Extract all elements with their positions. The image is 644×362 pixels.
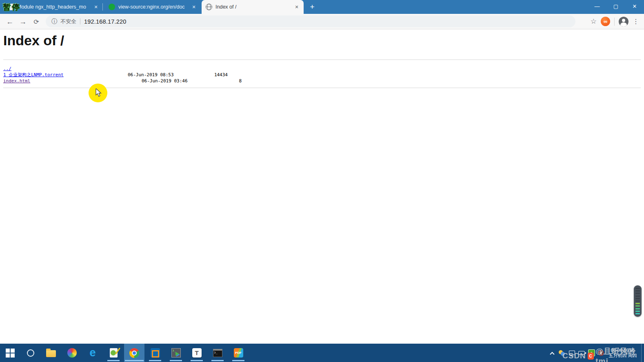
file-size: 8 — [189, 78, 242, 84]
browser-toolbar: ← → ⟳ ⓘ 不安全 192.168.17.220 ☆ ∞ ⋮ — [0, 14, 644, 29]
file-size: 14434 — [175, 72, 228, 78]
level-segment-on — [635, 305, 640, 307]
level-segment-on — [635, 311, 640, 312]
csdn-logo-icon: C — [588, 353, 594, 360]
tab-close-icon[interactable]: ✕ — [293, 3, 300, 11]
taskbar-item-chrome[interactable] — [124, 344, 144, 362]
parent-directory-link[interactable]: ../ — [3, 66, 11, 71]
windows-taskbar: e T PDF ↑ 🔇 06-06 16:56 五月初四 周四 — [0, 344, 644, 362]
pause-overlay-badge: 暂停 — [3, 2, 21, 13]
torrent-file-link[interactable]: 1 企业架构之LNMP.torrent — [3, 72, 64, 77]
foxit-pdf-icon: PDF — [234, 348, 243, 358]
toolbar-right-cluster: ☆ ∞ ⋮ — [591, 15, 641, 27]
folder-icon — [46, 350, 56, 357]
taskbar-item-cortana-search[interactable] — [20, 344, 41, 362]
list-item-torrent: 1 企业架构之LNMP.torrent 06-Jun-2019 08:53 14… — [3, 72, 575, 78]
reload-icon[interactable]: ⟳ — [31, 16, 42, 27]
globe-favicon-icon — [206, 4, 212, 10]
tab-title: Index of / — [215, 4, 291, 10]
browser-tab-bar: Module ngx_http_headers_mo ✕ view-source… — [0, 0, 644, 14]
watermark-handle: @且听风吟tmj — [595, 346, 644, 362]
mobaxterm-icon — [171, 348, 181, 358]
windows-logo-icon — [6, 349, 15, 358]
info-icon[interactable]: ⓘ — [51, 18, 57, 25]
taskbar-item-pinwheel-browser[interactable] — [62, 344, 82, 362]
vmware-icon — [151, 348, 160, 358]
tab-title: Module ngx_http_headers_mo — [17, 4, 90, 10]
start-button[interactable] — [0, 344, 20, 362]
nginx-green-favicon-icon — [109, 4, 115, 10]
level-segment — [635, 293, 640, 294]
file-date: 06-Jun-2019 03:46 — [142, 78, 188, 84]
cmd-terminal-icon — [213, 349, 222, 357]
level-segment — [635, 300, 640, 302]
close-button[interactable]: ✕ — [625, 0, 644, 12]
level-segment — [635, 288, 640, 289]
level-segment — [635, 298, 640, 299]
horizontal-rule-top — [3, 60, 641, 60]
taskbar-item-edge[interactable]: e — [82, 344, 103, 362]
level-segment-on — [635, 303, 640, 304]
taskbar-item-mobaxterm[interactable] — [166, 344, 186, 362]
tab-view-source-nginx[interactable]: view-source:nginx.org/en/doc ✕ — [104, 0, 201, 14]
tab-title: view-source:nginx.org/en/doc — [118, 4, 188, 10]
page-title: Index of / — [3, 33, 64, 49]
tab-close-icon[interactable]: ✕ — [92, 3, 100, 11]
index-html-link[interactable]: index.html — [3, 78, 30, 84]
forward-icon[interactable]: → — [17, 16, 29, 27]
taskbar-item-foxit-pdf[interactable]: PDF — [228, 344, 249, 362]
level-segment — [635, 296, 640, 297]
mouse-cursor-icon — [95, 88, 103, 97]
pinwheel-browser-icon — [67, 348, 77, 358]
directory-listing: ../ 1 企业架构之LNMP.torrent 06-Jun-2019 08:5… — [3, 66, 575, 84]
level-segment — [635, 290, 640, 291]
toolbar-separator — [614, 18, 615, 26]
chrome-menu-icon[interactable]: ⋮ — [633, 18, 639, 25]
bookmark-star-icon[interactable]: ☆ — [591, 17, 597, 26]
taskbar-item-notepad-plus-plus[interactable] — [103, 344, 124, 362]
taskbar-item-cmd-terminal[interactable] — [207, 344, 228, 362]
cursor-highlight — [89, 84, 107, 102]
level-segment-on — [635, 308, 640, 309]
profile-avatar[interactable] — [619, 17, 628, 26]
page-content: Index of / ../ 1 企业架构之LNMP.torrent 06-Ju… — [0, 29, 644, 344]
watermark-brand: CSDN — [562, 351, 586, 360]
notepad-plus-plus-icon — [110, 348, 118, 358]
edge-icon: e — [89, 347, 95, 358]
chrome-icon — [129, 348, 139, 358]
security-label: 不安全 — [60, 18, 76, 25]
list-item-parent-dir: ../ — [3, 66, 575, 72]
taskbar-item-vmware-workstation[interactable] — [145, 344, 165, 362]
csdn-watermark: CSDN C @且听风吟tmj — [562, 346, 644, 362]
maximize-button[interactable]: ▢ — [606, 0, 625, 12]
window-controls: — ▢ ✕ — [588, 0, 644, 12]
taskbar-item-typora[interactable]: T — [187, 344, 207, 362]
hidden-icons-chevron-icon[interactable] — [547, 344, 557, 362]
cortana-icon — [27, 349, 34, 357]
chevron-up-icon — [550, 352, 554, 356]
omnibox-divider — [80, 18, 80, 24]
tab-separator — [102, 3, 103, 11]
list-item-index-html: index.html 06-Jun-2019 03:46 8 — [3, 78, 575, 84]
level-segment-on — [635, 313, 640, 314]
volume-level-widget[interactable] — [634, 285, 642, 317]
typora-icon: T — [192, 348, 202, 358]
back-icon[interactable]: ← — [4, 16, 16, 27]
tab-index-of-active[interactable]: Index of / ✕ — [202, 0, 304, 14]
address-bar[interactable]: ⓘ 不安全 192.168.17.220 — [46, 15, 575, 27]
minimize-button[interactable]: — — [588, 0, 606, 12]
url-text[interactable]: 192.168.17.220 — [84, 18, 127, 25]
new-tab-button[interactable]: + — [307, 2, 318, 12]
tab-close-icon[interactable]: ✕ — [190, 3, 198, 11]
taskbar-item-file-explorer[interactable] — [41, 344, 61, 362]
file-date: 06-Jun-2019 08:53 — [128, 72, 174, 78]
proxy-extension-icon[interactable]: ∞ — [601, 17, 610, 26]
